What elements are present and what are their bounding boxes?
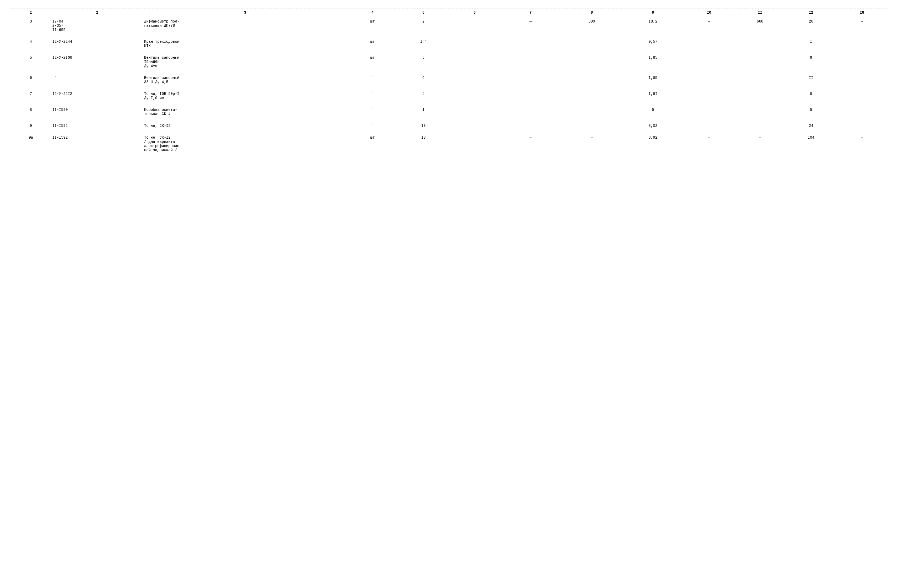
cell-2-3: шт — [347, 54, 398, 71]
spacer-row — [11, 34, 887, 38]
cell-4-7: — — [561, 90, 622, 103]
cell-1-7: — — [561, 37, 622, 50]
cell-7-2: То же, СК-I2 / для варианта электрофицир… — [143, 134, 347, 155]
cell-3-0: 6 — [11, 74, 51, 86]
cell-4-2: То же, I5Б 50р-I Ду-I,0 мм — [143, 90, 347, 103]
cell-1-0: 4 — [11, 37, 51, 50]
cell-4-5 — [449, 90, 500, 103]
cell-3-9: — — [684, 74, 735, 86]
cell-6-9: — — [684, 121, 735, 130]
cell-0-10: 660 — [735, 17, 786, 34]
cell-7-7: — — [561, 134, 622, 155]
cell-1-1: I2-У-2244 — [51, 37, 143, 50]
cell-0-3: шт — [347, 17, 398, 34]
cell-0-7: 880 — [561, 17, 622, 34]
table-row: 4I2-У-2244Кран трехходовой КТКштI °——0,5… — [11, 37, 887, 50]
cell-6-12: — — [836, 121, 887, 130]
main-table-wrapper: I 2 3 4 5 6 7 8 9 I0 II I2 I8 3I7-04 2-3… — [11, 8, 887, 158]
cell-3-6: — — [500, 74, 561, 86]
cell-7-1: II-I592 — [51, 134, 143, 155]
cell-5-1: II-I590 — [51, 106, 143, 118]
cell-2-1: I2-У-2I66 — [51, 54, 143, 71]
cell-6-7: — — [561, 121, 622, 130]
main-table: I 2 3 4 5 6 7 8 9 I0 II I2 I8 3I7-04 2-3… — [11, 8, 887, 158]
header-col12: I2 — [786, 8, 836, 17]
cell-5-0: 8 — [11, 106, 51, 118]
cell-4-12: — — [836, 90, 887, 103]
cell-0-5 — [449, 17, 500, 34]
cell-1-10: — — [735, 37, 786, 50]
cell-6-11: 24 — [786, 121, 836, 130]
cell-6-8: 8,02 — [622, 121, 683, 130]
cell-6-5 — [449, 121, 500, 130]
header-col9: 9 — [622, 8, 683, 17]
header-col7: 7 — [500, 8, 561, 17]
cell-4-10: — — [735, 90, 786, 103]
cell-2-6: — — [500, 54, 561, 71]
cell-0-12: — — [836, 17, 887, 34]
cell-1-9: — — [684, 37, 735, 50]
cell-6-4: I3 — [398, 121, 449, 130]
cell-5-4: I — [398, 106, 449, 118]
header-col5: 5 — [398, 8, 449, 17]
cell-6-3: " — [347, 121, 398, 130]
cell-3-4: 6 — [398, 74, 449, 86]
cell-6-0: 9 — [11, 121, 51, 130]
cell-5-10: — — [735, 106, 786, 118]
cell-2-11: 9 — [786, 54, 836, 71]
table-row: 6—"—Вентиль запорный 38-Ш Ду-4,5"6——I,85… — [11, 74, 887, 86]
header-col1: I — [11, 8, 51, 17]
cell-0-1: I7-04 2-357 II-655 — [51, 17, 143, 34]
cell-0-4: 2 — [398, 17, 449, 34]
header-col13: I8 — [836, 8, 887, 17]
cell-2-10: — — [735, 54, 786, 71]
spacer-row — [11, 130, 887, 134]
header-col8: 8 — [561, 8, 622, 17]
cell-2-0: 5 — [11, 54, 51, 71]
cell-7-4: I3 — [398, 134, 449, 155]
cell-4-1: I2-У-22I2 — [51, 90, 143, 103]
cell-3-5 — [449, 74, 500, 86]
table-row: 9аII-I592То же, СК-I2 / для варианта эле… — [11, 134, 887, 155]
cell-7-11: I04 — [786, 134, 836, 155]
cell-5-11: 5 — [786, 106, 836, 118]
cell-3-11: II — [786, 74, 836, 86]
cell-4-0: 7 — [11, 90, 51, 103]
spacer-row — [11, 103, 887, 106]
cell-5-7: — — [561, 106, 622, 118]
cell-2-4: 5 — [398, 54, 449, 71]
cell-7-9: — — [684, 134, 735, 155]
cell-3-10: — — [735, 74, 786, 86]
cell-3-7: — — [561, 74, 622, 86]
cell-7-3: шт — [347, 134, 398, 155]
cell-7-10: — — [735, 134, 786, 155]
cell-0-9: — — [684, 17, 735, 34]
table-row: 8II-I590Коробка освети- тельная СК-4"I——… — [11, 106, 887, 118]
cell-1-12: — — [836, 37, 887, 50]
table-row: 7I2-У-22I2То же, I5Б 50р-I Ду-I,0 мм"4——… — [11, 90, 887, 103]
cell-4-4: 4 — [398, 90, 449, 103]
cell-5-8: 5 — [622, 106, 683, 118]
cell-7-12: — — [836, 134, 887, 155]
cell-1-6: — — [500, 37, 561, 50]
cell-0-0: 3 — [11, 17, 51, 34]
cell-3-1: —"— — [51, 74, 143, 86]
header-col3: 3 — [143, 8, 347, 17]
cell-2-12: — — [836, 54, 887, 71]
cell-1-2: Кран трехходовой КТК — [143, 37, 347, 50]
cell-3-3: " — [347, 74, 398, 86]
cell-5-12: — — [836, 106, 887, 118]
cell-0-8: I8,2 — [622, 17, 683, 34]
cell-6-10: — — [735, 121, 786, 130]
cell-2-7: — — [561, 54, 622, 71]
cell-7-0: 9а — [11, 134, 51, 155]
cell-0-11: 26 — [786, 17, 836, 34]
header-row: I 2 3 4 5 6 7 8 9 I0 II I2 I8 — [11, 8, 887, 17]
cell-1-8: 0,57 — [622, 37, 683, 50]
cell-2-9: — — [684, 54, 735, 71]
cell-4-6: — — [500, 90, 561, 103]
cell-5-5 — [449, 106, 500, 118]
cell-7-6: — — [500, 134, 561, 155]
cell-5-6: — — [500, 106, 561, 118]
cell-5-3: " — [347, 106, 398, 118]
